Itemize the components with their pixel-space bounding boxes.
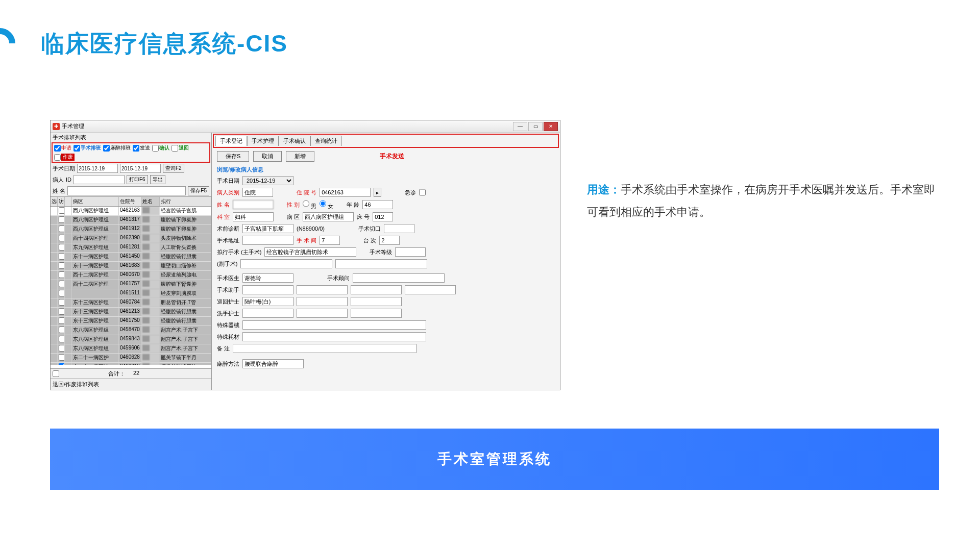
advisor-input[interactable] <box>353 273 445 283</box>
footer-checkbox[interactable] <box>53 370 59 378</box>
filter-bar: 申请 手术排班 麻醉排班 发送 确认 退回 作废 <box>52 142 210 163</box>
date-to[interactable] <box>120 164 161 173</box>
filter-schedule[interactable]: 手术排班 <box>74 144 101 152</box>
table-row[interactable]: 西十四病区护理0462390██头皮肿物切除术 <box>51 234 211 243</box>
instr-input[interactable] <box>242 320 426 330</box>
table-row[interactable]: 东十三病区护理0461213██经腹腔镜行胆囊 <box>51 308 211 317</box>
hospnum-lookup[interactable]: ▸ <box>374 188 381 197</box>
ptype-input[interactable] <box>242 188 273 197</box>
tab-register[interactable]: 手术登记 <box>215 136 247 146</box>
filter-anes[interactable]: 麻醉排班 <box>103 144 131 152</box>
assist-input4[interactable] <box>405 285 456 294</box>
circ-input2[interactable] <box>297 297 348 306</box>
emerg-checkbox[interactable] <box>419 188 426 197</box>
table-row[interactable]: 0461511██经皮穿刺脑膜取 <box>51 289 211 298</box>
scrub-input1[interactable] <box>242 309 293 318</box>
scrub-input3[interactable] <box>351 309 402 318</box>
filter-confirm[interactable]: 确认 <box>152 144 169 152</box>
table-row[interactable]: 东十一病区护理0461450██经腹腔镜行胆囊 <box>51 253 211 262</box>
table-row[interactable]: 西八病区护理组0462163██经宫腔镜子宫肌 <box>51 207 211 216</box>
save-left-button[interactable]: 保存F5 <box>188 186 209 195</box>
close-button[interactable]: ✕ <box>544 122 558 131</box>
table-row[interactable]: 东八病区护理组0459606██刮宫产术,子宫下 <box>51 344 211 354</box>
table-row[interactable]: 东八病区护理组0459843██刮宫产术,子宫下 <box>51 335 211 344</box>
table-row[interactable]: 东十一病区护理0461683██腹壁切口疝修补 <box>51 262 211 271</box>
name-label: 姓 名 <box>217 201 230 209</box>
opdate-select[interactable]: 2015-12-19 <box>242 176 293 185</box>
table-row[interactable]: 东十三病区护理0460784██胆总管切开,T管 <box>51 298 211 308</box>
table-row[interactable]: 东十三病区护理0461750██经腹腔镜行胆囊 <box>51 317 211 326</box>
table-row[interactable]: 东二十一病区护0460613██项椎前路减压植 <box>51 363 211 365</box>
grid-body[interactable]: 西八病区护理组0462163██经宫腔镜子宫肌西八病区护理组0461317██腹… <box>51 207 211 365</box>
query-button[interactable]: 查询F2 <box>163 164 184 173</box>
preop-input[interactable] <box>242 224 293 233</box>
bed-label: 床 号 <box>357 213 370 221</box>
filter-return[interactable]: 退回 <box>172 144 189 152</box>
date-label: 手术日期 <box>53 165 75 172</box>
table-row[interactable]: 西八病区护理组0461317██腹腔镜下卵巢肿 <box>51 216 211 225</box>
desc-label: 用途： <box>587 183 621 196</box>
action-bar: 保存S 取消 新增 手术发送 <box>212 149 560 164</box>
name-input[interactable] <box>233 200 274 209</box>
sub-input2[interactable] <box>335 259 427 268</box>
circ-input1[interactable] <box>242 297 293 306</box>
maximize-button[interactable]: ▭ <box>528 122 543 131</box>
doctor-label: 手术医生 <box>217 274 239 282</box>
name-input-left[interactable] <box>67 186 186 195</box>
save-button[interactable]: 保存S <box>217 151 249 162</box>
print-button[interactable]: 打印F6 <box>127 175 148 184</box>
table-row[interactable]: 东九病区护理组0461281██人工听骨头置换 <box>51 243 211 253</box>
scrub-input2[interactable] <box>297 309 348 318</box>
export-button[interactable]: 导出 <box>150 175 165 184</box>
age-input[interactable] <box>362 200 393 209</box>
sex-male[interactable]: 男 <box>303 199 316 210</box>
times-input[interactable] <box>379 236 400 245</box>
table-row[interactable]: 西八病区护理组0461912██腹腔镜下卵巢肿 <box>51 225 211 234</box>
bed-input[interactable] <box>373 212 393 221</box>
page-title: 临床医疗信息系统-CIS <box>41 28 288 60</box>
assist-input1[interactable] <box>242 285 293 294</box>
doctor-input[interactable] <box>242 273 293 283</box>
room-input[interactable] <box>320 236 340 245</box>
tab-nursing[interactable]: 手术护理 <box>247 136 279 146</box>
hospnum-input[interactable] <box>320 188 371 197</box>
date-from[interactable] <box>77 164 118 173</box>
instr-label: 特殊器械 <box>217 321 239 329</box>
banner-text: 手术室管理系统 <box>437 449 552 469</box>
cancel-button[interactable]: 取消 <box>253 151 282 162</box>
proc-input[interactable] <box>264 247 356 257</box>
table-row[interactable]: 西十二病区护理0461757██腹腔镜下肾囊肿 <box>51 280 211 289</box>
sex-female[interactable]: 女 <box>320 199 333 210</box>
assist-input2[interactable] <box>297 285 348 294</box>
table-row[interactable]: 西十二病区护理0460670██经尿道前列腺电 <box>51 271 211 280</box>
circ-input3[interactable] <box>351 297 402 306</box>
form-title: 浏览/修改病人信息 <box>217 166 555 173</box>
grade-input[interactable] <box>395 247 426 257</box>
proc-label: 拟行手术 (主手术) <box>217 248 261 256</box>
table-row[interactable]: 东八病区护理组0458470██刮宫产术,子宫下 <box>51 326 211 335</box>
addr-input[interactable] <box>242 236 293 245</box>
table-row[interactable]: 东二十一病区护0460628██骶关节镜下半月 <box>51 354 211 363</box>
remark-input[interactable] <box>233 344 416 353</box>
filter-apply[interactable]: 申请 <box>54 144 71 152</box>
grade-label: 手术等级 <box>370 248 392 256</box>
mat-input[interactable] <box>242 332 426 341</box>
patient-id-input[interactable] <box>74 175 125 184</box>
op-send-label[interactable]: 手术发送 <box>380 152 404 161</box>
assist-input3[interactable] <box>351 285 402 294</box>
incision-input[interactable] <box>384 224 414 233</box>
tab-confirm[interactable]: 手术确认 <box>279 136 310 146</box>
sub-input[interactable] <box>240 259 332 268</box>
ward-input[interactable] <box>303 212 354 221</box>
opdate-label: 手术日期 <box>217 177 239 185</box>
minimize-button[interactable]: — <box>513 122 527 131</box>
anes-input[interactable] <box>242 359 304 368</box>
filter-send[interactable]: 发送 <box>133 144 150 152</box>
tab-stats[interactable]: 查询统计 <box>310 136 342 146</box>
new-button[interactable]: 新增 <box>286 151 314 162</box>
return-list-label[interactable]: 退回/作废排班列表 <box>51 379 211 390</box>
dept-input[interactable] <box>233 212 274 221</box>
window-title: 手术管理 <box>62 122 84 130</box>
name-label-left: 姓 名 <box>53 187 65 195</box>
filter-void[interactable]: 作废 <box>54 154 75 161</box>
